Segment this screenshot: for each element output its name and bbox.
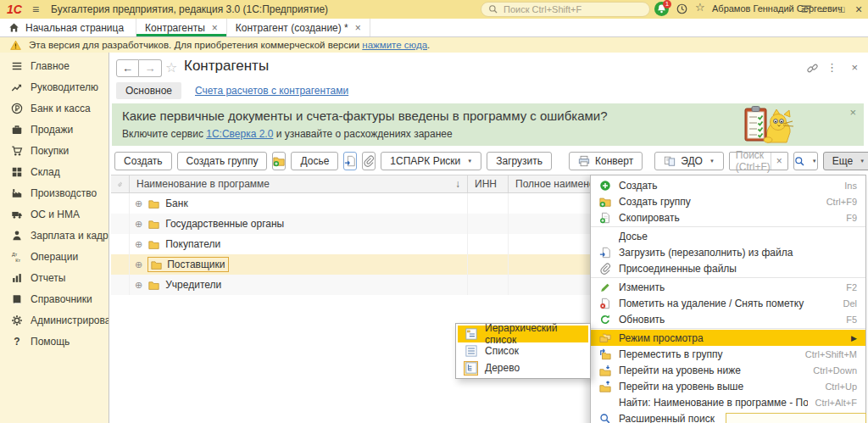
dropdown-caret-icon: [467, 159, 472, 164]
list-search-input[interactable]: Поиск (Ctrl+F): [729, 152, 788, 170]
form-close-icon[interactable]: [851, 61, 858, 74]
create-button[interactable]: Создать: [114, 152, 172, 170]
tab-kontragenty[interactable]: Контрагенты: [136, 19, 227, 36]
dropdown-caret-icon: [812, 159, 817, 164]
tab-accounts-link[interactable]: Счета расчетов с контрагентами: [195, 85, 348, 97]
tab-close-icon[interactable]: [212, 22, 218, 34]
folder-plus-icon: [599, 196, 611, 208]
search-icon: [794, 156, 805, 167]
sidebar-item-otchety[interactable]: Отчеты: [0, 267, 108, 288]
create-group-icon-button[interactable]: [272, 152, 286, 170]
tab-close-icon[interactable]: [355, 22, 361, 34]
menu-item-attached-files[interactable]: Присоединенные файлы: [591, 260, 865, 276]
expand-icon[interactable]: [135, 280, 142, 291]
menu-separator: [591, 226, 865, 227]
edo-button[interactable]: ЭДО: [654, 152, 724, 170]
folder-up-icon: [599, 381, 611, 392]
tab-osnovnoe[interactable]: Основное: [116, 82, 181, 99]
book-icon: [11, 293, 23, 305]
load-button[interactable]: Загрузить: [487, 152, 552, 170]
add-favorite-star-icon[interactable]: [165, 59, 177, 75]
sidebar-item-pokupki[interactable]: Покупки: [0, 140, 108, 161]
clear-search-icon[interactable]: [771, 153, 787, 170]
dev-banner-text: Эта версия для разработчиков. Для приобр…: [29, 40, 359, 50]
service-menu-icon[interactable]: [800, 3, 813, 15]
spark-risks-button[interactable]: 1СПАРК Риски: [381, 152, 481, 170]
folder-icon: [150, 259, 163, 270]
sverka-link[interactable]: 1С:Сверка 2.0: [206, 128, 273, 140]
sidebar-item-spravochniki[interactable]: Справочники: [0, 288, 108, 309]
forward-button[interactable]: [139, 59, 162, 77]
menu-item-move-to-group[interactable]: Переместить в группуCtrl+Shift+M: [591, 346, 865, 362]
menu-item-copy[interactable]: СкопироватьF9: [591, 209, 865, 225]
folder-icon: [147, 219, 160, 230]
window-minimize-button[interactable]: [815, 0, 831, 19]
notifications-button[interactable]: 1: [654, 2, 671, 17]
search-button[interactable]: [793, 152, 818, 170]
menu-item-edit[interactable]: ИзменитьF2: [591, 279, 865, 295]
attached-files-button[interactable]: [362, 152, 376, 170]
1c-logo-icon: 1С: [7, 3, 22, 16]
expand-icon[interactable]: [135, 198, 142, 209]
menu-item-level-up[interactable]: Перейти на уровень вышеCtrl+Up: [591, 378, 865, 394]
sidebar-item-rukovoditelyu[interactable]: Руководителю: [0, 76, 108, 97]
form-more-icon[interactable]: [826, 61, 837, 74]
get-link-icon[interactable]: [806, 61, 819, 75]
submenu-item-hierarchical-list[interactable]: Иерархический список: [458, 326, 588, 342]
warning-icon: [10, 40, 21, 51]
sidebar-item-bank-kassa[interactable]: Банк и касса: [0, 97, 108, 119]
tab-label: Контрагенты: [145, 22, 205, 34]
back-button[interactable]: [116, 59, 139, 77]
favorites-icon[interactable]: [695, 1, 705, 14]
menu-item-view-mode[interactable]: Режим просмотра: [591, 330, 865, 346]
window-maximize-button[interactable]: [834, 0, 849, 19]
folder-icon: [147, 198, 160, 209]
sidebar-item-pomosch[interactable]: ?Помощь: [0, 331, 108, 352]
sidebar-item-zarplata[interactable]: Зарплата и кадры: [0, 225, 108, 246]
submenu-item-tree[interactable]: Дерево: [458, 359, 588, 376]
sidebar-item-proizvodstvo[interactable]: Производство: [0, 182, 108, 203]
menu-item-create-group[interactable]: Создать группуCtrl+F9: [591, 193, 865, 209]
col-name[interactable]: Наименование в программе: [130, 175, 468, 192]
sidebar-item-glavnoe[interactable]: Главное: [0, 55, 108, 76]
global-search-input[interactable]: Поиск Ctrl+Shift+F: [481, 2, 650, 17]
paperclip-icon: [599, 263, 611, 275]
notification-badge: 1: [663, 0, 671, 8]
trend-icon: [11, 81, 23, 93]
main-menu-icon[interactable]: [32, 3, 39, 16]
tab-home[interactable]: Начальная страница: [0, 19, 136, 36]
sidebar-item-prodazhi[interactable]: Продажи: [0, 119, 108, 140]
dossier-button[interactable]: Досье: [291, 152, 338, 170]
history-icon[interactable]: [676, 3, 688, 15]
menu-item-dossier[interactable]: Досье: [591, 228, 865, 244]
col-inn[interactable]: ИНН: [468, 175, 509, 192]
menu-item-level-down[interactable]: Перейти на уровень нижеCtrl+Down: [591, 362, 865, 378]
folder-plus-icon: [273, 155, 285, 167]
menu-item-find[interactable]: Найти: Наименование в программе - Постав…: [591, 394, 865, 410]
sidebar-item-os-nma[interactable]: ОС и НМА: [0, 203, 108, 225]
sidebar-item-operacii[interactable]: Операции: [0, 246, 108, 267]
sidebar-item-sklad[interactable]: Склад: [0, 161, 108, 182]
global-search-placeholder: Поиск Ctrl+Shift+F: [504, 4, 581, 14]
buy-commercial-link[interactable]: нажмите сюда: [362, 40, 427, 50]
create-group-button[interactable]: Создать группу: [177, 152, 268, 170]
load-from-file-button[interactable]: [343, 152, 357, 170]
window-title: Бухгалтерия предприятия, редакция 3.0 (1…: [51, 3, 328, 15]
more-button[interactable]: Еще: [823, 152, 868, 170]
window-close-button[interactable]: [851, 0, 866, 19]
sidebar-item-administrirovanie[interactable]: Администрирование: [0, 309, 108, 331]
expand-icon[interactable]: [135, 239, 142, 250]
menu-item-refresh[interactable]: ОбновитьF5: [591, 311, 865, 327]
menu-item-mark-delete[interactable]: Пометить на удаление / Снять пометкуDel: [591, 295, 865, 311]
expand-icon[interactable]: [135, 259, 142, 270]
col-attach[interactable]: [111, 175, 130, 192]
sort-desc-icon: [455, 178, 460, 190]
promo-close-icon[interactable]: [849, 106, 856, 119]
expand-icon[interactable]: [135, 219, 142, 230]
menu-item-load-from-file[interactable]: Загрузить (перезаполнить) из файла: [591, 244, 865, 260]
menu-item-create[interactable]: СоздатьIns: [591, 177, 865, 193]
envelope-button[interactable]: Конверт: [569, 152, 643, 170]
factory-icon: [11, 187, 23, 199]
person-icon: [11, 230, 23, 242]
tab-kontragent-create[interactable]: Контрагент (создание) *: [227, 19, 370, 36]
